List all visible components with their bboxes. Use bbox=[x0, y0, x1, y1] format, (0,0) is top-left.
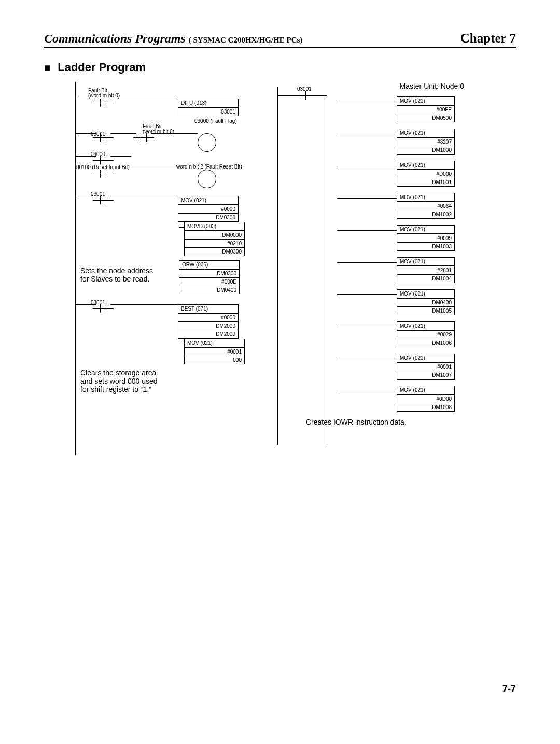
difu-box: DIFU (013) 03001 bbox=[178, 99, 239, 116]
instr-row: DM0400 bbox=[179, 286, 239, 294]
branch-line bbox=[337, 391, 397, 412]
instr-row: DM1001 bbox=[397, 178, 454, 186]
right-item: MOV (021)#0029DM1006 bbox=[337, 321, 464, 347]
instr-row: #0064 bbox=[397, 202, 454, 210]
instr-row: #000E bbox=[179, 277, 239, 286]
instr-row: 03001 bbox=[178, 107, 238, 116]
branch-line bbox=[337, 262, 397, 283]
instr-name: MOV (021) bbox=[397, 258, 454, 266]
header-title-sub-text: SYSMAC C200HX/HG/HE PCs) bbox=[191, 36, 303, 44]
contact-icon bbox=[96, 156, 110, 164]
mov-box: MOV (021)#2801DM1004 bbox=[397, 257, 455, 283]
page-header: Communications Programs ( SYSMAC C200HX/… bbox=[44, 31, 516, 48]
instr-name: MOV (021) bbox=[397, 97, 454, 105]
instr-name: MOV (021) bbox=[178, 196, 238, 205]
mov-box: MOV (021)#0064DM1002 bbox=[397, 193, 455, 219]
right-item: MOV (021)#0D00DM1008 bbox=[337, 386, 464, 412]
rung-4 bbox=[75, 170, 262, 188]
fault-reset-label: word n bit 2 (Fault Reset Bit) bbox=[176, 164, 262, 170]
right-item: MOV (021)#0009DM1003 bbox=[337, 225, 464, 251]
mov-box: MOV (021) #0000 DM0300 bbox=[178, 196, 239, 222]
instr-name: BEST (071) bbox=[178, 305, 238, 313]
instr-row: #0001 bbox=[185, 347, 244, 356]
instr-name: MOV (021) bbox=[397, 290, 454, 298]
section-title-text: Ladder Program bbox=[58, 61, 146, 74]
branch-line bbox=[337, 166, 397, 187]
instr-row: DM1007 bbox=[397, 371, 454, 379]
mov-box: MOV (021)#00FEDM0500 bbox=[397, 96, 455, 122]
rung-6: BEST (071) #0000 DM2000 DM2009 bbox=[75, 304, 262, 339]
note-node-address: Sets the node address for Slaves to be r… bbox=[80, 266, 179, 294]
instr-row: #2801 bbox=[397, 266, 454, 274]
fault-flag-label: 03000 (Fault Flag) bbox=[194, 118, 262, 124]
instr-row: DM1008 bbox=[397, 403, 454, 411]
page-number: 7-7 bbox=[44, 683, 516, 694]
right-rail bbox=[277, 87, 278, 445]
instr-row: #00FE bbox=[397, 105, 454, 114]
header-title: Communications Programs ( SYSMAC C200HX/… bbox=[44, 32, 302, 46]
mov-box: MOV (021)#0001DM1007 bbox=[397, 354, 455, 380]
right-header: Master Unit: Node 0 bbox=[288, 82, 464, 90]
mov-box: MOV (021)#0029DM1006 bbox=[397, 321, 455, 347]
mov2-wrap: MOV (021) #0001 000 bbox=[179, 339, 262, 364]
mov-box: MOV (021)#D000DM1001 bbox=[397, 161, 455, 187]
left-column: Fault Bit (word m bit 0) DIFU (013) 0300… bbox=[75, 82, 262, 455]
contact-icon bbox=[96, 170, 110, 178]
instr-row: #0000 bbox=[178, 205, 238, 213]
right-item: MOV (021)#00FEDM0500 bbox=[337, 96, 464, 122]
instr-row: DM2000 bbox=[178, 321, 238, 330]
branch-line bbox=[337, 359, 397, 380]
rung-1: DIFU (013) 03001 bbox=[75, 99, 262, 116]
instr-row: DM2009 bbox=[178, 330, 238, 338]
instr-row: #0009 bbox=[397, 234, 454, 242]
header-title-sub: ( SYSMAC C200HX/HG/HE PCs) bbox=[189, 36, 303, 44]
instr-name: MOVD (083) bbox=[185, 222, 244, 231]
rung-5: MOV (021) #0000 DM0300 bbox=[75, 196, 262, 222]
contact-icon bbox=[96, 133, 110, 142]
instr-name: MOV (021) bbox=[397, 226, 454, 234]
contact-icon bbox=[96, 196, 110, 204]
instr-name: DIFU (013) bbox=[178, 99, 238, 107]
instr-row: DM0300 bbox=[185, 247, 244, 256]
instr-name: ORW (035) bbox=[179, 261, 239, 269]
instr-row: #0210 bbox=[185, 239, 244, 247]
mov-box: MOV (021)#0009DM1003 bbox=[397, 225, 455, 251]
ladder-diagram: Fault Bit (word m bit 0) DIFU (013) 0300… bbox=[44, 82, 516, 466]
instr-name: MOV (021) bbox=[397, 386, 454, 395]
contact-icon bbox=[96, 304, 110, 313]
instr-row: DM1006 bbox=[397, 339, 454, 347]
branch-line bbox=[337, 230, 397, 251]
right-item: MOV (021)DM0400DM1005 bbox=[337, 289, 464, 315]
instr-row: DM0400 bbox=[397, 298, 454, 306]
best-box: BEST (071) #0000 DM2000 DM2009 bbox=[178, 304, 239, 339]
mov-box: MOV (021)#8207DM1000 bbox=[397, 129, 455, 155]
mov2-box: MOV (021) #0001 000 bbox=[184, 339, 245, 364]
instr-name: MOV (021) bbox=[397, 193, 454, 202]
instr-row: DM0500 bbox=[397, 114, 454, 122]
right-item: MOV (021)#0064DM1002 bbox=[337, 193, 464, 219]
coil-icon bbox=[198, 170, 216, 188]
instr-row: #0029 bbox=[397, 330, 454, 339]
instr-row: #8207 bbox=[397, 137, 454, 146]
instr-row: DM1005 bbox=[397, 306, 454, 315]
section-title: ■ Ladder Program bbox=[44, 61, 516, 74]
instr-name: MOV (021) bbox=[397, 161, 454, 170]
instr-name: MOV (021) bbox=[397, 322, 454, 330]
right-top-contact bbox=[277, 91, 327, 100]
instr-name: MOV (021) bbox=[397, 129, 454, 137]
branch-line bbox=[337, 327, 397, 347]
instr-row: #0001 bbox=[397, 362, 454, 371]
right-stem bbox=[327, 95, 327, 445]
branch-line bbox=[337, 102, 397, 122]
branch-line bbox=[337, 294, 397, 315]
rung-2 bbox=[75, 133, 262, 152]
instr-row: #0D00 bbox=[397, 395, 454, 403]
movd-wrap: MOVD (083) DM0000 #0210 DM0300 bbox=[179, 222, 262, 256]
instr-name: MOV (021) bbox=[185, 339, 244, 347]
right-column: Master Unit: Node 0 03001 MOV (021)#00FE… bbox=[277, 82, 464, 466]
right-items: MOV (021)#00FEDM0500MOV (021)#8207DM1000… bbox=[337, 93, 464, 412]
chapter-label: Chapter 7 bbox=[460, 31, 516, 46]
fault-bit-label: Fault Bit (word m bit 0) bbox=[88, 88, 275, 99]
note-clear-storage: Clears the storage area and sets word 00… bbox=[80, 369, 262, 394]
right-item: MOV (021)#0001DM1007 bbox=[337, 354, 464, 380]
